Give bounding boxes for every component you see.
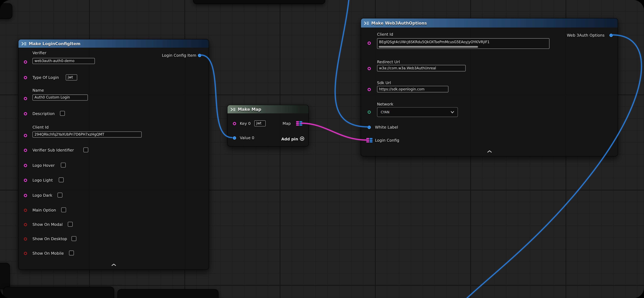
pin-show-on-desktop[interactable]: [24, 237, 27, 241]
field-name[interactable]: Auth0 Custom Login: [32, 94, 88, 101]
pin-name[interactable]: [24, 97, 27, 100]
pin-label-value-0: Value 0: [240, 136, 254, 140]
field-main-option[interactable]: [61, 208, 66, 212]
field-show-on-modal[interactable]: [68, 222, 73, 227]
chevron-down-icon: [450, 110, 454, 114]
output-pin-map[interactable]: [296, 121, 302, 126]
pin-logo-hover[interactable]: [24, 164, 27, 167]
field-logo-dark[interactable]: [58, 193, 62, 198]
node-make-web3authoptions[interactable]: Make Web3AuthOptions Web 3Auth Options C…: [361, 18, 618, 156]
collapse-node-button[interactable]: [110, 263, 117, 267]
pin-label-redirect-url: Redirect Url: [377, 60, 400, 64]
pin-label-network: Network: [377, 102, 394, 106]
pin-client-id[interactable]: [368, 42, 371, 45]
node-header[interactable]: Make Web3AuthOptions: [361, 18, 618, 28]
field-client-id-text: BEglQSgt4cUWcj6SKRdu5QkOXTsePmMcusG5EAoy…: [379, 40, 490, 44]
make-map-icon: [230, 107, 236, 112]
blueprint-canvas[interactable]: Make LoginConfigItem Login Config Item V…: [0, 0, 644, 298]
pin-login-config[interactable]: [366, 138, 372, 143]
pin-label-logo-dark: Logo Dark: [32, 193, 52, 198]
node-make-map[interactable]: Make Map Key 0 jwt Map Value 0 Add pin: [227, 105, 309, 147]
pin-label-main-option: Main Option: [32, 208, 56, 212]
pin-label-show-on-mobile: Show On Mobile: [32, 251, 64, 256]
pin-label-verifier: Verifier: [32, 50, 46, 55]
network-dropdown-value: CYAN: [381, 110, 390, 114]
field-logo-light[interactable]: [59, 177, 64, 182]
pin-label-description: Description: [32, 111, 55, 116]
pin-label-key-0: Key 0: [240, 121, 250, 126]
pin-label-show-on-desktop: Show On Desktop: [32, 236, 67, 241]
pin-label-type-of-login: Type Of Login: [32, 75, 59, 80]
pin-type-of-login[interactable]: [24, 76, 27, 79]
offscreen-node-bottom-left[interactable]: [0, 263, 10, 289]
plus-circle-icon: [300, 136, 304, 142]
node-header[interactable]: Make LoginConfigItem: [18, 40, 209, 48]
field-show-on-mobile[interactable]: [69, 250, 74, 256]
output-pin-login-config-item[interactable]: [198, 54, 201, 57]
field-verifier[interactable]: web3auth-auth0-demo: [32, 58, 95, 64]
pin-client-id[interactable]: [24, 134, 27, 137]
pin-label-client-id: Client Id: [32, 125, 49, 129]
output-pin-label: Login Config Item: [162, 53, 196, 58]
node-title: Make LoginConfigItem: [29, 41, 80, 46]
pin-logo-dark[interactable]: [24, 194, 27, 197]
add-pin-label: Add pin: [281, 137, 298, 141]
node-title: Make Map: [238, 107, 261, 112]
output-pin-label: Web 3Auth Options: [567, 33, 604, 38]
pin-verifier[interactable]: [24, 60, 27, 64]
pin-label-verifier-sub-identifier: Verifier Sub Identifier: [32, 148, 74, 152]
pin-sdk-url[interactable]: [368, 88, 371, 91]
pin-show-on-mobile[interactable]: [24, 252, 27, 255]
offscreen-node-top-left[interactable]: [0, 3, 12, 19]
pin-redirect-url[interactable]: [368, 67, 371, 70]
pin-verifier-sub-identifier[interactable]: [24, 149, 27, 152]
pin-description[interactable]: [24, 112, 27, 115]
offscreen-node-top[interactable]: [193, 0, 325, 4]
field-redirect-url[interactable]: w3a://com.w3a.Web3AuthUnreal: [377, 65, 466, 72]
node-make-loginconfigitem[interactable]: Make LoginConfigItem Login Config Item V…: [18, 39, 209, 270]
field-sdk-url[interactable]: https://sdk.openlogin.com: [377, 86, 448, 92]
pin-main-option[interactable]: [24, 209, 27, 212]
field-description[interactable]: [60, 111, 65, 116]
pin-label-client-id: Client Id: [377, 32, 393, 37]
node-header[interactable]: Make Map: [228, 105, 308, 114]
field-key-0[interactable]: jwt: [254, 120, 266, 126]
pin-label-show-on-modal: Show On Modal: [32, 222, 63, 227]
field-show-on-desktop[interactable]: [72, 236, 76, 241]
offscreen-node-bottom-2[interactable]: [118, 289, 218, 298]
pin-label-login-config: Login Config: [375, 138, 399, 142]
output-pin-web3auth-options[interactable]: [610, 34, 613, 37]
pin-label-white-label: White Label: [375, 125, 398, 129]
pin-label-sdk-url: Sdk Url: [377, 80, 391, 85]
field-client-id[interactable]: BEglQSgt4cUWcj6SKRdu5QkOXTsePmMcusG5EAoy…: [377, 38, 550, 49]
wire-map-to-loginconfig-glow: [302, 123, 367, 140]
node-title: Make Web3AuthOptions: [371, 21, 427, 25]
pin-logo-light[interactable]: [24, 178, 27, 182]
pin-value-0[interactable]: [233, 136, 236, 140]
pin-key-0[interactable]: [233, 122, 236, 125]
pin-label-logo-light: Logo Light: [32, 178, 53, 182]
pin-label-logo-hover: Logo Hover: [32, 163, 55, 168]
make-struct-icon: [21, 41, 27, 46]
pin-white-label[interactable]: [368, 126, 371, 129]
collapse-node-button[interactable]: [486, 150, 493, 154]
field-client-id[interactable]: 294QRkchfq2YaXUbPri7D6PH7xzHgQMT: [32, 132, 142, 138]
field-logo-hover[interactable]: [61, 162, 66, 168]
make-struct-icon: [364, 21, 369, 25]
output-pin-label: Map: [282, 121, 291, 126]
field-scrollbar[interactable]: [378, 46, 478, 48]
offscreen-node-bottom-1[interactable]: [3, 286, 114, 298]
field-verifier-sub-identifier[interactable]: [84, 148, 88, 152]
pin-show-on-modal[interactable]: [24, 223, 27, 226]
pin-network[interactable]: [368, 110, 371, 114]
wire-map-to-loginconfig[interactable]: [302, 123, 367, 140]
field-type-of-login[interactable]: jwt: [66, 74, 77, 80]
pin-label-name: Name: [32, 88, 44, 92]
network-dropdown[interactable]: CYAN: [377, 107, 458, 117]
add-pin-button[interactable]: Add pin: [281, 136, 304, 142]
